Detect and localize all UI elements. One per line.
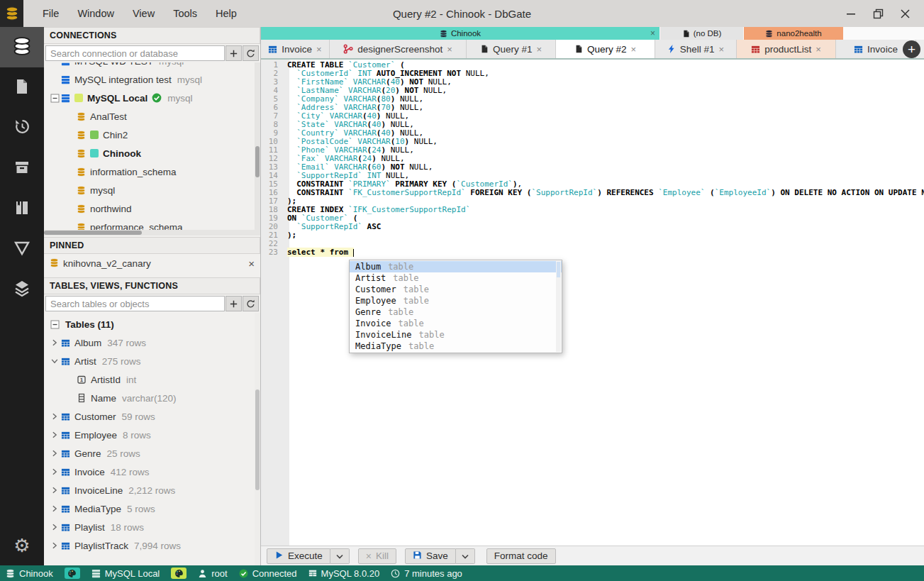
table-item-invoice[interactable]: Invoice412 rows bbox=[44, 463, 260, 481]
connection-item-mysql-integration-test[interactable]: MySQL integration testmysql bbox=[44, 70, 260, 89]
refresh-tables-button[interactable] bbox=[243, 296, 259, 311]
tab-group--no-db-[interactable]: (no DB) bbox=[660, 27, 743, 40]
autocomplete-item-invoice[interactable]: Invoice table bbox=[350, 318, 562, 329]
menu-item-view[interactable]: View bbox=[123, 0, 164, 27]
close-tab-icon[interactable]: × bbox=[630, 44, 636, 55]
chevron-down-icon[interactable] bbox=[50, 357, 60, 365]
close-tab-icon[interactable]: × bbox=[816, 44, 821, 55]
connection-item-northwind[interactable]: northwind bbox=[44, 199, 260, 218]
close-tab-icon[interactable]: × bbox=[719, 44, 725, 55]
connection-item-mysql-local[interactable]: MySQL Localmysql bbox=[44, 89, 260, 107]
table-item-genre[interactable]: Genre25 rows bbox=[44, 444, 260, 463]
status-mysql-8-0-20[interactable]: MySQL 8.0.20 bbox=[308, 568, 380, 579]
connections-search-input[interactable] bbox=[45, 45, 225, 61]
table-item-customer[interactable]: Customer59 rows bbox=[44, 407, 260, 426]
chevron-right-icon[interactable] bbox=[50, 338, 60, 347]
close-tab-icon[interactable]: × bbox=[447, 44, 452, 55]
minimize-button[interactable] bbox=[840, 3, 862, 24]
tab-shell-1[interactable]: Shell #1× bbox=[655, 40, 737, 58]
sql-editor[interactable]: 1CREATE TABLE `Customer` (2 `CustomerId`… bbox=[261, 60, 924, 546]
kill-button[interactable]: × Kill bbox=[358, 548, 396, 564]
connection-item-analtest[interactable]: AnalTest bbox=[44, 107, 260, 126]
save-button[interactable]: Save bbox=[405, 548, 456, 564]
table-item-name[interactable]: Namevarchar(120) bbox=[44, 389, 260, 407]
connection-item-mysql[interactable]: mysql bbox=[44, 181, 260, 199]
execute-dropdown-button[interactable] bbox=[330, 548, 350, 564]
connection-item-mysql-wd-test[interactable]: MYSQL WD TESTmysql bbox=[44, 62, 260, 70]
activity-database-icon[interactable] bbox=[0, 27, 44, 67]
menu-item-window[interactable]: Window bbox=[68, 0, 123, 27]
close-tab-icon[interactable]: × bbox=[316, 44, 322, 55]
connections-vscrollbar[interactable] bbox=[255, 62, 260, 236]
connections-hscrollbar[interactable] bbox=[44, 230, 255, 236]
autocomplete-scrollbar[interactable] bbox=[556, 261, 561, 352]
tab-invoice[interactable]: Invoice× bbox=[261, 40, 330, 58]
chevron-right-icon[interactable] bbox=[50, 449, 60, 458]
table-item-mediatype[interactable]: MediaType5 rows bbox=[44, 499, 260, 518]
table-item-tables-11-[interactable]: Tables (11) bbox=[44, 315, 260, 333]
table-item-employee[interactable]: Employee8 rows bbox=[44, 426, 260, 444]
format-code-button[interactable]: Format code bbox=[486, 548, 556, 564]
table-item-artistid[interactable]: 1ArtistIdint bbox=[44, 370, 260, 389]
color-indicator-chip[interactable] bbox=[65, 568, 80, 579]
tab-group-chinook[interactable]: Chinook× bbox=[261, 27, 659, 40]
status-root[interactable]: root bbox=[198, 568, 227, 579]
table-item-playlisttrack[interactable]: PlaylistTrack7,994 rows bbox=[44, 536, 260, 555]
restore-button[interactable] bbox=[867, 3, 889, 24]
autocomplete-item-mediatype[interactable]: MediaType table bbox=[350, 341, 562, 352]
chevron-right-icon[interactable] bbox=[50, 504, 60, 513]
chevron-right-icon[interactable] bbox=[50, 431, 60, 439]
collapse-icon[interactable] bbox=[50, 94, 60, 103]
connection-item-chinook[interactable]: Chinook bbox=[44, 144, 260, 162]
table-item-album[interactable]: Album347 rows bbox=[44, 333, 260, 352]
add-connection-button[interactable] bbox=[226, 45, 242, 61]
menu-item-tools[interactable]: Tools bbox=[164, 0, 206, 27]
chevron-right-icon[interactable] bbox=[50, 467, 60, 476]
autocomplete-item-genre[interactable]: Genre table bbox=[350, 306, 562, 318]
tab-query-2[interactable]: Query #2× bbox=[556, 40, 655, 58]
autocomplete-item-customer[interactable]: Customer table bbox=[350, 284, 562, 295]
table-item-playlist[interactable]: Playlist18 rows bbox=[44, 518, 260, 536]
activity-funnel-icon[interactable] bbox=[0, 229, 44, 270]
pinned-item[interactable]: knihovna_v2_canary × bbox=[44, 254, 260, 273]
menu-item-file[interactable]: File bbox=[33, 0, 68, 27]
chevron-right-icon[interactable] bbox=[50, 523, 60, 531]
add-table-button[interactable] bbox=[226, 296, 242, 311]
status-mysql-local[interactable]: MySQL Local bbox=[91, 568, 160, 579]
tab-group-nano2health[interactable]: nano2health bbox=[744, 27, 843, 40]
status-connected[interactable]: Connected bbox=[239, 568, 297, 579]
color-indicator-chip[interactable] bbox=[171, 568, 187, 579]
close-tab-icon[interactable]: × bbox=[536, 44, 542, 55]
activity-file-icon[interactable] bbox=[0, 67, 44, 108]
unpin-close-icon[interactable]: × bbox=[248, 258, 255, 270]
activity-history-icon[interactable] bbox=[0, 108, 44, 148]
autocomplete-item-album[interactable]: Album table bbox=[350, 261, 562, 272]
close-group-icon[interactable]: × bbox=[650, 28, 655, 38]
settings-button[interactable]: ⚙ bbox=[0, 525, 44, 565]
status-chinook[interactable]: Chinook bbox=[6, 568, 53, 579]
status-7-minutes-ago[interactable]: 7 minutes ago bbox=[391, 568, 462, 579]
menu-item-help[interactable]: Help bbox=[206, 0, 246, 27]
table-item-artist[interactable]: Artist275 rows bbox=[44, 352, 260, 370]
tables-vscrollbar[interactable] bbox=[255, 313, 260, 565]
table-item-invoiceline[interactable]: InvoiceLine2,212 rows bbox=[44, 481, 260, 499]
tab-query-1[interactable]: Query #1× bbox=[467, 40, 556, 58]
chevron-right-icon[interactable] bbox=[50, 541, 60, 550]
execute-button[interactable]: Execute bbox=[267, 548, 330, 564]
autocomplete-item-artist[interactable]: Artist table bbox=[350, 272, 562, 284]
save-dropdown-button[interactable] bbox=[456, 548, 475, 564]
activity-book-icon[interactable] bbox=[0, 189, 44, 229]
activity-archive-icon[interactable] bbox=[0, 148, 44, 189]
tab-productlist[interactable]: productList× bbox=[737, 40, 836, 58]
tab-designerscreenshot[interactable]: designerScreenshot× bbox=[330, 40, 467, 58]
collapse-icon[interactable] bbox=[50, 320, 60, 329]
connection-item-chin2[interactable]: Chin2 bbox=[44, 126, 260, 144]
autocomplete-item-employee[interactable]: Employee table bbox=[350, 295, 562, 306]
activity-layers-icon[interactable] bbox=[0, 270, 44, 310]
chevron-right-icon[interactable] bbox=[50, 412, 60, 421]
connection-item-information-schema[interactable]: information_schema bbox=[44, 162, 260, 181]
tables-search-input[interactable] bbox=[45, 296, 225, 311]
chevron-right-icon[interactable] bbox=[50, 486, 60, 494]
autocomplete-item-invoiceline[interactable]: InvoiceLine table bbox=[350, 329, 562, 341]
refresh-connections-button[interactable] bbox=[243, 45, 259, 61]
